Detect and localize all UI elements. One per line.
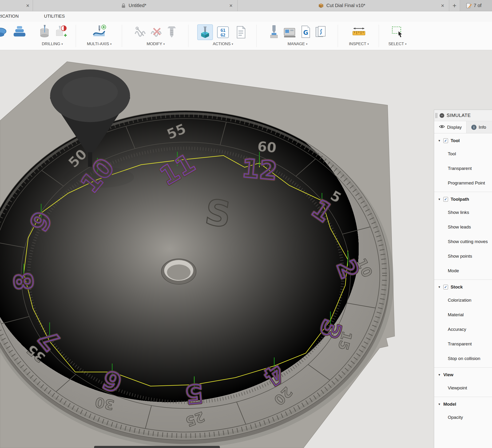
edit-tool-icon[interactable] (166, 25, 178, 40)
close-tab-icon[interactable]: × (26, 2, 29, 9)
caret-down-icon[interactable]: ▼ (438, 139, 441, 142)
tab-display[interactable]: Display (434, 121, 467, 133)
row-transparent[interactable]: Transparent (434, 161, 492, 176)
section-tool-header[interactable]: ▼ ✓ Tool (434, 135, 492, 146)
actions-menu[interactable]: ACTIONS▾ (213, 42, 233, 46)
group-multiaxis: MULTI-AXIS▾ (78, 22, 120, 50)
select-window-icon[interactable] (390, 25, 405, 40)
manage-menu[interactable]: MANAGE▾ (288, 42, 308, 46)
tab-title: Cut Dial Final v10* (327, 3, 366, 8)
toolpath-checkbox[interactable]: ✓ (443, 197, 448, 202)
row-transparent-stock[interactable]: Transparent (434, 337, 492, 351)
g1g2-edit-icon[interactable]: G1G2 (215, 24, 231, 40)
select-menu[interactable]: SELECT▾ (388, 42, 406, 46)
caret-down-icon: ▾ (367, 42, 369, 46)
group-actions: G1G2 ACTIONS▾ (191, 22, 256, 50)
section-stock-header[interactable]: ▼ ✓ Stock (434, 281, 492, 293)
toolbar-separator (188, 25, 188, 47)
menu-utilities[interactable]: UTILITIES (44, 14, 65, 19)
multiaxis-menu[interactable]: MULTI-AXIS▾ (87, 42, 112, 46)
row-viewpoint[interactable]: Viewpoint (434, 381, 492, 395)
row-mode[interactable]: Mode (434, 263, 492, 278)
g1-label: G1 (220, 28, 225, 33)
ribbon-toolbar: DRILLING▾ MULTI-AXIS▾ (0, 22, 492, 50)
caret-down-icon: ▾ (306, 42, 308, 46)
tab-info[interactable]: i Info (467, 121, 491, 133)
tab-counter-label: 7 of (474, 3, 482, 8)
row-material[interactable]: Material (434, 308, 492, 322)
tab-cut-dial-final[interactable]: Cut Dial Final v10* × (237, 0, 449, 11)
turning-icon[interactable] (0, 25, 9, 40)
caret-down-icon[interactable]: ▼ (438, 373, 441, 376)
row-show-cutting-moves[interactable]: Show cutting moves (434, 234, 492, 249)
row-show-links[interactable]: Show links (434, 205, 492, 220)
section-toolpath-header[interactable]: ▼ ✓ Toolpath (434, 193, 492, 205)
new-tab-button[interactable]: + (449, 0, 460, 11)
stock-checkbox[interactable]: ✓ (443, 285, 448, 289)
viewport-3d[interactable]: 50 55 60 5 10 15 20 25 30 35 S (0, 50, 492, 448)
tab-overflow-indicator[interactable]: 7 of (460, 0, 492, 11)
delete-passes-icon[interactable] (150, 25, 164, 40)
caret-down-icon[interactable]: ▼ (438, 198, 441, 201)
caret-down-icon: ▾ (62, 42, 63, 46)
row-accuracy[interactable]: Accuracy (434, 322, 492, 337)
tab-title: Untitled* (129, 3, 146, 8)
collapse-icon[interactable]: − (440, 113, 444, 118)
row-colorization[interactable]: Colorization (434, 293, 492, 308)
section-divider (434, 192, 492, 192)
caret-down-icon: ▾ (232, 42, 233, 46)
page-pencil-icon (466, 3, 472, 9)
tool-checkbox[interactable]: ✓ (443, 138, 448, 143)
section-divider (434, 280, 492, 280)
group-select: SELECT▾ (381, 22, 414, 50)
document-tabbar: × Untitled* × Cut Dial Final v10* × + 7 … (0, 0, 492, 11)
tool-library-icon[interactable] (268, 24, 280, 40)
inspect-menu[interactable]: INSPECT▾ (349, 42, 369, 46)
tab-partial[interactable]: × (0, 0, 33, 11)
templates-icon[interactable] (314, 25, 327, 40)
close-tab-icon[interactable]: × (439, 0, 447, 11)
caret-down-icon: ▾ (110, 42, 112, 46)
caret-down-icon[interactable]: ▼ (438, 403, 441, 406)
drilling-menu[interactable]: DRILLING▾ (42, 42, 63, 46)
row-show-points[interactable]: Show points (434, 249, 492, 263)
row-programmed-point[interactable]: Programmed Point (434, 176, 492, 190)
multiaxis-icon[interactable] (92, 24, 107, 40)
simulate-panel-body: ▼ ✓ Tool Tool Transparent Programmed Poi… (434, 133, 492, 425)
modify-menu[interactable]: MODIFY▾ (146, 42, 165, 46)
g-label: G (303, 29, 308, 36)
group-manage: G MANAGE▾ (259, 22, 336, 50)
tab-untitled[interactable]: Untitled* × (33, 0, 237, 11)
row-opacity[interactable]: Opacity (434, 410, 492, 425)
row-show-leads[interactable]: Show leads (434, 220, 492, 234)
group-drilling: DRILLING▾ (31, 22, 74, 50)
close-tab-icon[interactable]: × (227, 0, 235, 11)
lock-icon (121, 3, 126, 8)
toolbar-separator (338, 25, 338, 47)
simulation-timeline-stub[interactable] (94, 446, 220, 448)
hole-recognition-icon[interactable] (54, 24, 67, 40)
post-process-icon[interactable] (233, 24, 249, 40)
row-stop-on-collision[interactable]: Stop on collision (434, 351, 492, 366)
group-modify: MODIFY▾ (124, 22, 187, 50)
measure-icon[interactable] (352, 25, 366, 39)
workspace-menubar: RICATION UTILITIES (0, 11, 492, 22)
stepped-turning-icon[interactable] (12, 25, 26, 40)
panel-title: SIMULATE (447, 113, 471, 118)
trim-toolpath-icon[interactable] (134, 25, 147, 40)
row-tool[interactable]: Tool (434, 146, 492, 161)
simulate-icon[interactable] (197, 24, 213, 40)
drilling-icon[interactable] (38, 24, 51, 40)
drag-handle-icon[interactable] (436, 113, 437, 118)
caret-down-icon[interactable]: ▼ (438, 285, 441, 289)
section-model-header[interactable]: ▼ Model (434, 398, 492, 410)
menu-fabrication[interactable]: RICATION (0, 14, 19, 19)
fusion-window: × Untitled* × Cut Dial Final v10* × + 7 … (0, 0, 492, 448)
generate-gdoc-icon[interactable]: G (299, 25, 312, 40)
eye-icon (439, 125, 445, 130)
section-view-header[interactable]: ▼ View (434, 369, 492, 381)
machine-library-icon[interactable] (282, 25, 297, 40)
section-divider (434, 367, 492, 367)
simulate-tabs: Display i Info (434, 121, 492, 133)
simulate-dialog-header[interactable]: − SIMULATE (434, 110, 492, 121)
